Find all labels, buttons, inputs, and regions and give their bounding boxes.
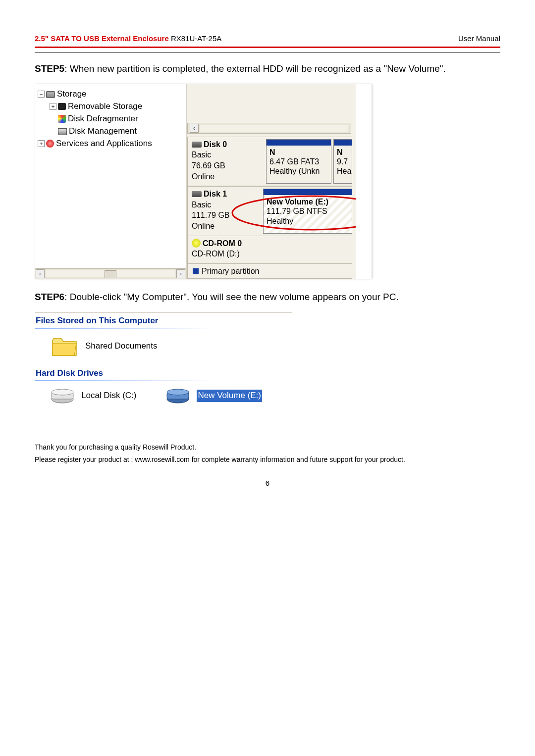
tree-h-scrollbar[interactable]: ‹ ›	[35, 268, 186, 279]
tree-services[interactable]: + Services and Applications	[37, 138, 184, 150]
header-right: User Manual	[458, 34, 500, 44]
item-shared-documents[interactable]: Shared Documents	[51, 335, 158, 357]
services-icon	[46, 140, 54, 148]
divider-black	[35, 52, 500, 52]
tree-disk-management[interactable]: Disk Management	[37, 125, 184, 138]
footer-text: Thank you for purchasing a quality Rosew…	[35, 443, 500, 464]
scroll-right-icon[interactable]: ›	[176, 269, 185, 278]
step5-text: STEP5: When new partition is completed, …	[35, 62, 500, 75]
defragmenter-icon	[58, 115, 66, 123]
disk-icon	[192, 191, 202, 197]
collapse-icon[interactable]: −	[38, 91, 45, 98]
section-hard-disk-drives: Hard Disk Drives	[35, 366, 292, 380]
disk1-row[interactable]: Disk 1 Basic 111.79 GB Online New Volume…	[187, 186, 352, 236]
step6-text: STEP6: Double-click "My Computer". You w…	[35, 291, 500, 303]
legend-primary-partition: Primary partition	[187, 264, 352, 279]
removable-storage-icon	[58, 103, 66, 110]
folder-icon	[51, 335, 78, 357]
scroll-thumb[interactable]	[105, 270, 116, 278]
figure-my-computer: Files Stored on This Computer Shared Doc…	[35, 312, 292, 413]
cdrom-row[interactable]: CD-ROM 0 CD-ROM (D:)	[187, 236, 352, 264]
disk-pane: ‹ Disk 0 Basic 76.69 GB Online N 6.47 GB…	[187, 84, 356, 279]
disk0-partition-b[interactable]: N 9.7 Hea	[333, 139, 352, 184]
hdd-icon	[51, 387, 74, 404]
storage-icon	[46, 91, 55, 98]
tree-storage[interactable]: − Storage	[37, 88, 184, 101]
disk0-row[interactable]: Disk 0 Basic 76.69 GB Online N 6.47 GB F…	[187, 137, 352, 186]
scroll-left-icon[interactable]: ‹	[190, 124, 199, 133]
disk1-partition-new-volume[interactable]: New Volume (E:) 111.79 GB NTFS Healthy	[263, 189, 352, 233]
legend-swatch	[193, 268, 199, 274]
item-local-disk-c[interactable]: Local Disk (C:)	[51, 387, 136, 404]
tree-removable-storage[interactable]: + Removable Storage	[37, 101, 184, 113]
svg-point-3	[52, 389, 73, 395]
cdrom-icon	[192, 239, 201, 248]
tree-defragmenter[interactable]: Disk Defragmenter	[37, 113, 184, 125]
selected-volume-label: New Volume (E:)	[197, 390, 262, 402]
scroll-left-icon[interactable]: ‹	[36, 269, 45, 278]
disk0-partition-a[interactable]: N 6.47 GB FAT3 Healthy (Unkn	[266, 139, 331, 184]
divider-red	[35, 47, 500, 48]
expand-icon[interactable]: +	[38, 140, 45, 147]
figure-disk-management: − Storage + Removable Storage Disk Defra…	[35, 84, 372, 279]
item-new-volume-e[interactable]: New Volume (E:)	[166, 387, 262, 404]
header-product: 2.5" SATA TO USB External Enclosure RX81…	[35, 34, 221, 44]
svg-point-6	[167, 389, 189, 395]
disk-management-icon	[58, 128, 67, 135]
hdd-icon	[166, 387, 190, 404]
expand-icon[interactable]: +	[50, 103, 56, 110]
disk-icon	[192, 142, 202, 148]
section-files-stored: Files Stored on This Computer	[35, 314, 292, 328]
page-number: 6	[35, 478, 500, 488]
disk-list-scrollbar[interactable]: ‹	[187, 123, 351, 134]
tree-pane: − Storage + Removable Storage Disk Defra…	[35, 84, 187, 279]
header-model: RX81U-AT-25A	[171, 34, 221, 43]
